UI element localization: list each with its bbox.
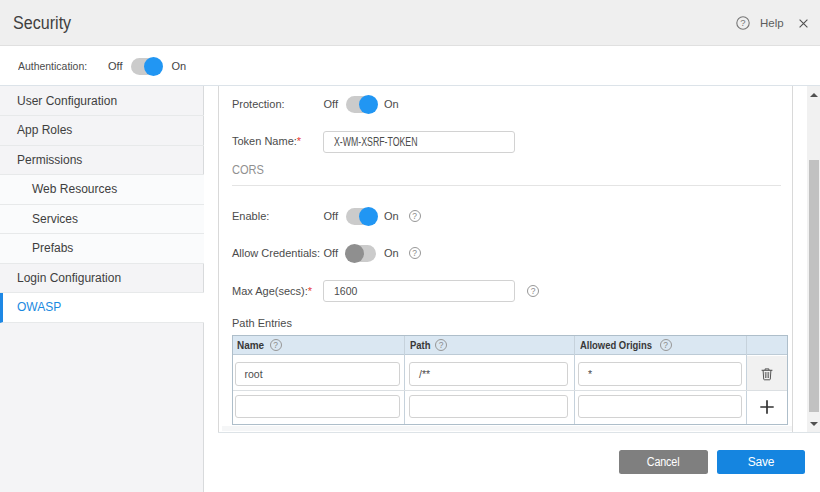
svg-text:?: ? <box>740 17 745 28</box>
